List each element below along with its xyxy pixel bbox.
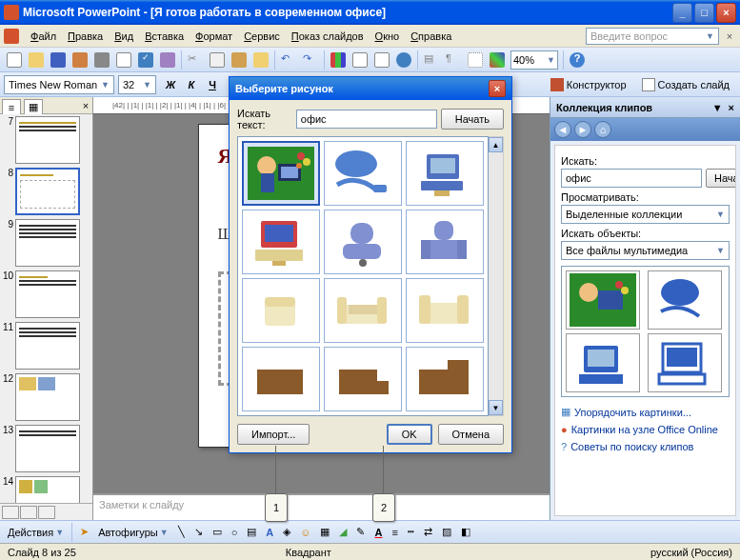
table-button[interactable]	[350, 50, 370, 70]
help-search-input[interactable]: Введите вопрос ▼	[586, 28, 719, 45]
slideshow-view-button[interactable]	[38, 506, 55, 519]
select-button[interactable]: ➤	[76, 523, 92, 542]
cut-button[interactable]: ✂	[185, 50, 206, 70]
line-color-button[interactable]: ✎	[352, 523, 369, 542]
forward-button[interactable]: ►	[574, 121, 591, 138]
outline-tab[interactable]: ≡	[2, 99, 21, 114]
panel-close-button[interactable]: ×	[79, 97, 92, 113]
clip-item[interactable]	[324, 347, 402, 411]
redo-button[interactable]: ↷	[300, 50, 321, 70]
dialog-scrollbar[interactable]: ▲ ▼	[489, 136, 504, 416]
objects-select[interactable]: Все файлы мультимедиа ▼	[561, 241, 730, 260]
menu-file[interactable]: Файл	[25, 29, 62, 44]
line-button[interactable]: ╲	[174, 523, 189, 542]
dash-style-button[interactable]: ┅	[404, 523, 418, 542]
preview-button[interactable]	[113, 50, 134, 70]
clip-item[interactable]	[406, 141, 484, 206]
expand-button[interactable]: ▤	[421, 50, 442, 70]
dialog-close-button[interactable]: ×	[489, 80, 506, 97]
copy-button[interactable]	[207, 50, 228, 70]
browse-select[interactable]: Выделенные коллекции ▼	[561, 205, 730, 224]
font-color-button[interactable]: A	[370, 523, 386, 542]
research-button[interactable]	[157, 50, 178, 70]
textbox-button[interactable]: ▤	[243, 523, 260, 542]
underline-button[interactable]: Ч	[202, 75, 223, 94]
ok-button[interactable]: OK	[387, 424, 432, 445]
show-formatting-button[interactable]: ¶	[443, 50, 464, 70]
home-button[interactable]: ⌂	[594, 121, 611, 138]
clip-item[interactable]	[406, 347, 484, 411]
back-button[interactable]: ◄	[554, 121, 571, 138]
paste-button[interactable]	[229, 50, 250, 70]
clip-item[interactable]	[324, 210, 402, 274]
print-button[interactable]	[91, 50, 112, 70]
organize-link[interactable]: ▦Упорядочить картинки...	[561, 403, 730, 421]
clip-item[interactable]	[242, 347, 320, 411]
picture-button[interactable]: ▦	[316, 523, 333, 542]
clip-item[interactable]	[324, 141, 402, 206]
3d-button[interactable]: ◧	[457, 523, 474, 542]
online-link[interactable]: ●Картинки на узле Office Online	[561, 421, 730, 438]
new-button[interactable]	[4, 50, 25, 70]
scroll-down-button[interactable]: ▼	[489, 400, 503, 415]
zoom-input[interactable]: 40% ▼	[510, 50, 558, 70]
slide-list[interactable]: 7 8 9 10 11 12 13 14	[0, 114, 92, 503]
fill-color-button[interactable]: ◢	[335, 523, 350, 542]
clip-item[interactable]	[242, 141, 320, 206]
actions-menu[interactable]: Действия▼	[4, 523, 68, 542]
sorter-view-button[interactable]	[20, 506, 37, 519]
autoshapes-menu[interactable]: Автофигуры▼	[94, 523, 172, 542]
maximize-button[interactable]: □	[694, 3, 714, 23]
hyperlink-button[interactable]	[393, 50, 414, 70]
clip-thumb[interactable]	[648, 333, 722, 392]
menu-insert[interactable]: Вставка	[139, 29, 190, 44]
designer-button[interactable]: Конструктор	[544, 74, 633, 95]
clip-thumb[interactable]	[566, 333, 640, 392]
wordart-button[interactable]: A	[262, 523, 277, 542]
menu-slideshow[interactable]: Показ слайдов	[286, 29, 370, 44]
menu-format[interactable]: Формат	[190, 29, 238, 44]
permission-button[interactable]	[70, 50, 90, 70]
normal-view-button[interactable]	[2, 506, 19, 519]
color-button[interactable]	[487, 50, 508, 70]
document-close-button[interactable]: ×	[723, 30, 736, 43]
bold-button[interactable]: Ж	[160, 75, 181, 94]
arrow-style-button[interactable]: ⇄	[420, 523, 436, 542]
cancel-button[interactable]: Отмена	[438, 424, 504, 445]
scroll-up-button[interactable]: ▲	[489, 137, 503, 152]
help-button[interactable]: ?	[567, 50, 588, 70]
menu-edit[interactable]: Правка	[62, 29, 109, 44]
clip-item[interactable]	[242, 210, 320, 274]
close-button[interactable]: ×	[716, 3, 736, 23]
grid-button[interactable]	[465, 50, 486, 70]
clip-thumb[interactable]	[648, 270, 722, 330]
font-size-input[interactable]: 32 ▼	[118, 75, 156, 94]
app-menu-icon[interactable]	[4, 29, 19, 44]
tables-borders-button[interactable]	[371, 50, 392, 70]
clip-item[interactable]	[324, 278, 402, 343]
slides-tab[interactable]: ▦	[24, 99, 43, 114]
spelling-button[interactable]: ✓	[135, 50, 156, 70]
chevron-down-icon[interactable]: ▼	[712, 102, 723, 113]
clipart-button[interactable]: ☺	[296, 523, 314, 542]
arrow-button[interactable]: ↘	[190, 523, 207, 542]
diagram-button[interactable]: ◈	[279, 523, 294, 542]
format-painter-button[interactable]	[250, 50, 271, 70]
language-status[interactable]: русский (Россия)	[650, 547, 732, 558]
dialog-search-input[interactable]	[296, 110, 437, 129]
clip-item[interactable]	[406, 278, 484, 343]
line-style-button[interactable]: ≡	[388, 523, 401, 542]
undo-button[interactable]: ↶	[278, 50, 299, 70]
notes-pane[interactable]: Заметки к слайду	[93, 493, 550, 520]
open-button[interactable]	[26, 50, 47, 70]
dialog-titlebar[interactable]: Выберите рисунок ×	[230, 77, 511, 100]
menu-view[interactable]: Вид	[109, 29, 139, 44]
rectangle-button[interactable]: ▭	[209, 523, 226, 542]
clip-item[interactable]	[406, 210, 484, 274]
dialog-begin-button[interactable]: Начать	[441, 109, 504, 130]
clip-thumb[interactable]	[566, 270, 640, 330]
menu-window[interactable]: Окно	[370, 29, 406, 44]
save-button[interactable]	[48, 50, 69, 70]
font-name-input[interactable]: Times New Roman ▼	[4, 75, 114, 94]
oval-button[interactable]: ○	[228, 523, 242, 542]
